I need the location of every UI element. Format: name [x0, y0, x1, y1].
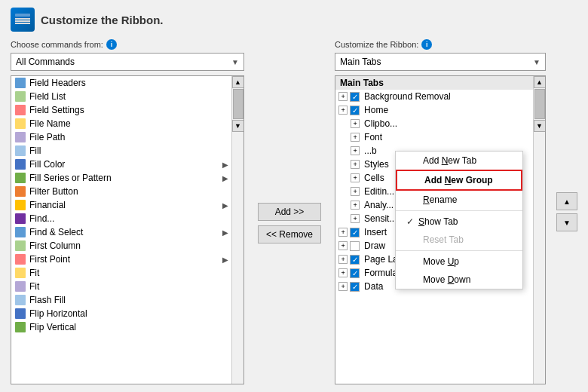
menu-item-add-new-group[interactable]: Add New Group: [396, 170, 522, 191]
menu-item-add-new-tab[interactable]: Add New Tab: [396, 152, 522, 170]
tree-item-label: Editin...: [364, 186, 394, 197]
expand-icon[interactable]: +: [338, 255, 348, 264]
commands-list-scroll[interactable]: Field HeadersField ListField SettingsFil…: [11, 76, 231, 384]
middle-buttons-panel: Add >> << Remove: [252, 62, 327, 384]
item-label: File Name: [29, 118, 228, 129]
right-scroll-down[interactable]: ▼: [534, 120, 546, 132]
item-icon: [14, 77, 26, 89]
tree-item-label: Home: [364, 105, 388, 115]
expand-icon[interactable]: +: [351, 160, 360, 169]
menu-item-show-tab[interactable]: ✓Show Tab: [396, 213, 522, 231]
list-item[interactable]: Fill Color▶: [11, 158, 231, 171]
tree-item[interactable]: +✓Home: [335, 103, 533, 117]
list-item[interactable]: Flash Fill: [11, 293, 231, 307]
tree-item-label: Data: [364, 281, 383, 292]
expand-icon[interactable]: +: [351, 187, 360, 196]
list-item[interactable]: Fit: [11, 280, 231, 293]
submenu-arrow-icon: ▶: [222, 256, 228, 264]
list-item[interactable]: Field Settings: [11, 103, 231, 117]
right-scroll-up[interactable]: ▲: [534, 76, 546, 88]
menu-item-label: Add New Tab: [423, 155, 476, 166]
expand-icon[interactable]: +: [351, 119, 360, 128]
item-icon: [14, 308, 26, 320]
item-icon: [14, 199, 26, 211]
menu-item-move-up[interactable]: Move Up: [396, 253, 522, 271]
list-item[interactable]: File Name: [11, 117, 231, 130]
list-item[interactable]: First Point▶: [11, 253, 231, 266]
left-panel-label: Choose commands from: i: [11, 39, 244, 50]
expand-icon[interactable]: +: [351, 133, 360, 142]
tree-item[interactable]: +Clipbo...: [335, 117, 533, 130]
checkbox[interactable]: ✓: [350, 228, 360, 237]
item-icon: [14, 253, 26, 265]
list-item[interactable]: Fill: [11, 144, 231, 158]
checkbox[interactable]: ✓: [350, 282, 360, 292]
list-item[interactable]: First Column: [11, 239, 231, 253]
submenu-arrow-icon: ▶: [222, 201, 228, 210]
remove-button[interactable]: << Remove: [258, 225, 321, 243]
list-item[interactable]: Filter Button: [11, 185, 231, 198]
right-panel: Customize the Ribbon: i Main Tabs ▼ Main…: [335, 39, 546, 384]
list-item[interactable]: Field Headers: [11, 76, 231, 90]
right-scrollbar[interactable]: ▲ ▼: [533, 76, 545, 384]
scroll-up-btn[interactable]: ▲: [232, 76, 244, 88]
svg-rect-16: [15, 240, 26, 251]
tree-item[interactable]: +Font: [335, 130, 533, 144]
svg-rect-11: [15, 173, 26, 183]
add-button[interactable]: Add >>: [258, 203, 321, 221]
svg-rect-15: [15, 227, 26, 237]
commands-dropdown[interactable]: All Commands ▼: [11, 53, 244, 71]
list-item[interactable]: Flip Horizontal: [11, 307, 231, 320]
svg-rect-21: [15, 308, 26, 319]
svg-rect-8: [15, 132, 26, 142]
list-item[interactable]: Field List: [11, 90, 231, 103]
item-icon: [14, 145, 26, 157]
svg-rect-4: [15, 78, 26, 88]
item-icon: [14, 185, 26, 198]
ribbon-dropdown[interactable]: Main Tabs ▼: [335, 53, 546, 71]
expand-icon[interactable]: +: [338, 228, 348, 237]
item-icon: [14, 294, 26, 306]
scroll-down-btn[interactable]: ▼: [232, 120, 244, 132]
item-label: Field Settings: [29, 105, 228, 115]
expand-icon[interactable]: +: [338, 282, 348, 291]
checkbox[interactable]: ✓: [350, 106, 360, 115]
checkbox[interactable]: ✓: [350, 92, 360, 102]
tree-item[interactable]: +✓Background Removal: [335, 90, 533, 103]
move-down-button[interactable]: ▼: [556, 213, 577, 231]
svg-rect-3: [15, 23, 30, 24]
checkbox[interactable]: [350, 241, 360, 251]
expand-icon[interactable]: +: [351, 201, 360, 210]
item-label: Find & Select: [29, 227, 219, 237]
list-item[interactable]: Financial▶: [11, 198, 231, 212]
item-icon: [14, 131, 26, 143]
right-scroll-thumb[interactable]: [534, 89, 545, 119]
expand-icon[interactable]: +: [338, 241, 348, 250]
scroll-thumb[interactable]: [233, 89, 243, 119]
expand-icon[interactable]: +: [338, 92, 348, 101]
tree-item-label: Cells: [364, 173, 384, 183]
item-icon: [14, 267, 26, 279]
left-scrollbar[interactable]: ▲ ▼: [231, 76, 243, 384]
item-label: Filter Button: [29, 186, 228, 197]
item-label: Flip Vertical: [29, 322, 228, 332]
item-label: Fit: [29, 268, 228, 278]
list-item[interactable]: Fill Series or Pattern▶: [11, 171, 231, 185]
expand-icon[interactable]: +: [351, 173, 360, 182]
list-item[interactable]: Find & Select▶: [11, 225, 231, 239]
list-item[interactable]: Fit: [11, 266, 231, 280]
expand-icon[interactable]: +: [338, 268, 348, 277]
menu-item-move-down[interactable]: Move Down: [396, 271, 522, 289]
list-item[interactable]: File Path: [11, 130, 231, 144]
expand-icon[interactable]: +: [338, 106, 348, 115]
move-up-button[interactable]: ▲: [556, 192, 577, 210]
expand-icon[interactable]: +: [351, 214, 360, 223]
checkbox[interactable]: ✓: [350, 268, 360, 278]
expand-icon[interactable]: +: [351, 146, 360, 155]
item-icon: [14, 172, 26, 184]
menu-checkmark: ✓: [406, 216, 414, 227]
menu-item-rename[interactable]: Rename: [396, 191, 522, 209]
checkbox[interactable]: ✓: [350, 255, 360, 265]
list-item[interactable]: Find...: [11, 212, 231, 225]
list-item[interactable]: Flip Vertical: [11, 320, 231, 334]
